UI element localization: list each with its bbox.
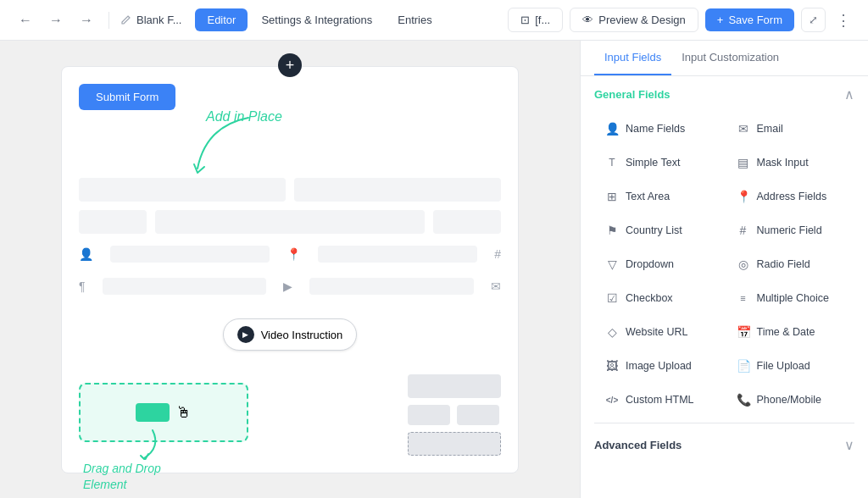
skeleton-icon-row: 👤 📍 #	[79, 242, 501, 266]
skeleton-icon-field-3	[103, 278, 267, 295]
field-item-numeric-field[interactable]: # Numeric Field	[726, 214, 855, 246]
skeleton-field-2b	[155, 210, 425, 234]
expand-button[interactable]: ⤢	[801, 8, 826, 32]
simple-text-icon: T	[605, 157, 619, 169]
field-item-address-fields[interactable]: 📍 Address Fields	[726, 180, 855, 213]
field-item-time-date[interactable]: 📅 Time & Date	[726, 316, 855, 348]
form-title-text: Blank F...	[136, 14, 181, 26]
nav-right: ⊡ [f... 👁 Preview & Design + Save Form ⤢…	[508, 8, 854, 33]
thumb-row	[408, 405, 501, 425]
cursor-icon: 🖱	[176, 404, 192, 422]
field-item-name-fields[interactable]: 👤 Name Fields	[594, 113, 724, 145]
more-options-button[interactable]: ⋮	[832, 8, 854, 33]
back-button[interactable]: ←	[14, 9, 37, 31]
dropdown-label: Dropdown	[626, 258, 674, 270]
field-item-email[interactable]: ✉ Email	[726, 113, 855, 145]
save-label: Save Form	[728, 14, 782, 26]
numeric-icon: #	[737, 224, 750, 237]
tab-editor[interactable]: Editor	[195, 8, 248, 31]
address-icon: 📍	[737, 190, 750, 203]
drag-annotation: Drag and DropElement	[83, 457, 161, 494]
panel-content: General Fields ∧ 👤 Name Fields ✉ Email T…	[581, 76, 868, 498]
checkbox-icon: ☑	[605, 291, 619, 305]
multiple-choice-icon: ≡	[737, 293, 750, 303]
skeleton-field-1b	[294, 178, 501, 202]
field-item-radio-field[interactable]: ◎ Radio Field	[726, 248, 855, 280]
pilcrow-icon: ¶	[79, 279, 86, 293]
nav-separator	[108, 12, 109, 29]
mask-input-label: Mask Input	[757, 157, 809, 169]
submit-form-button[interactable]: Submit Form	[79, 84, 175, 110]
field-item-mask-input[interactable]: ▤ Mask Input	[726, 147, 855, 179]
time-date-label: Time & Date	[757, 326, 815, 338]
edit-icon	[120, 14, 131, 26]
field-item-website-url[interactable]: ◇ Website URL	[594, 316, 724, 348]
field-item-multiple-choice[interactable]: ≡ Multiple Choice	[726, 282, 855, 314]
save-form-button[interactable]: + Save Form	[705, 8, 794, 31]
html-icon: </>	[605, 396, 619, 405]
hash-icon: #	[494, 247, 501, 261]
field-item-simple-text[interactable]: T Simple Text	[594, 147, 724, 179]
field-item-file-upload[interactable]: 📄 File Upload	[726, 350, 855, 382]
tab-input-fields[interactable]: Input Fields	[594, 41, 671, 75]
preview-button[interactable]: 👁 Preview & Design	[570, 8, 698, 32]
field-item-country-list[interactable]: ⚑ Country List	[594, 214, 724, 246]
country-list-icon: ⚑	[605, 224, 619, 237]
forward-button[interactable]: →	[44, 9, 68, 31]
phone-label: Phone/Mobile	[757, 394, 821, 406]
video-instruction-label: Video Instruction	[261, 329, 343, 341]
advanced-fields-toggle[interactable]: ∨	[844, 437, 854, 453]
email-label: Email	[757, 123, 783, 135]
field-item-phone-mobile[interactable]: 📞 Phone/Mobile	[726, 384, 855, 416]
field-item-dropdown[interactable]: ▽ Dropdown	[594, 248, 724, 280]
country-list-label: Country List	[626, 224, 682, 236]
custom-html-label: Custom HTML	[626, 394, 694, 406]
tab-settings[interactable]: Settings & Integrations	[249, 8, 384, 31]
skeleton-icon-field-2	[318, 246, 477, 263]
form-ref-icon: ⊡	[520, 14, 530, 26]
form-ref-button[interactable]: ⊡ [f...	[508, 8, 563, 32]
field-item-image-upload[interactable]: 🖼 Image Upload	[594, 350, 724, 382]
skeleton-icon-row-2: ¶ ▶ ✉	[79, 274, 501, 298]
canvas-bottom-row: 🖱 Drag and DropElement	[79, 374, 501, 456]
field-panel: Input Fields Input Customization General…	[580, 41, 868, 498]
drag-drop-area[interactable]: 🖱	[79, 383, 248, 442]
tab-input-customization[interactable]: Input Customization	[671, 41, 789, 75]
general-fields-title: General Fields	[594, 88, 670, 101]
field-item-text-area[interactable]: ⊞ Text Area	[594, 180, 724, 213]
add-field-button[interactable]: +	[278, 53, 302, 77]
form-title[interactable]: Blank F...	[120, 14, 181, 26]
main-layout: + Submit Form Add in Place	[0, 41, 868, 498]
skeleton-icon-field-1	[110, 246, 270, 263]
skeleton-row-2	[79, 210, 501, 234]
drag-annotation-text: Drag and DropElement	[83, 461, 161, 494]
advanced-fields-header[interactable]: Advanced Fields ∨	[594, 430, 854, 460]
field-item-custom-html[interactable]: </> Custom HTML	[594, 384, 724, 416]
website-label: Website URL	[626, 326, 687, 338]
save-icon: +	[717, 14, 724, 26]
mask-input-icon: ▤	[737, 156, 750, 169]
address-label: Address Fields	[757, 191, 827, 202]
envelope-icon: ✉	[491, 279, 501, 293]
panel-tabs: Input Fields Input Customization	[581, 41, 868, 76]
general-fields-section-header: General Fields ∧	[594, 86, 854, 102]
drag-element	[136, 403, 170, 422]
form-fields-skeleton: 👤 📍 # ¶ ▶ ✉	[79, 178, 501, 298]
thumb-2a	[408, 405, 450, 425]
right-thumbnails	[408, 374, 501, 456]
general-fields-toggle[interactable]: ∧	[844, 86, 854, 102]
website-icon: ◇	[605, 325, 619, 339]
redo-button[interactable]: →	[75, 9, 98, 31]
dropdown-icon: ▽	[605, 257, 619, 271]
checkbox-label: Checkbox	[626, 292, 673, 304]
text-area-icon: ⊞	[605, 190, 619, 203]
field-item-checkbox[interactable]: ☑ Checkbox	[594, 282, 724, 314]
video-instruction-button[interactable]: ▶ Video Instruction	[223, 318, 358, 351]
thumb-2b	[457, 405, 499, 425]
location-icon: 📍	[287, 247, 301, 261]
drag-drop-container: 🖱 Drag and DropElement	[79, 374, 248, 456]
nav-tabs: Editor Settings & Integrations Entries	[195, 8, 443, 31]
advanced-fields-title: Advanced Fields	[594, 439, 682, 451]
skeleton-icon-field-4	[309, 278, 474, 295]
tab-entries[interactable]: Entries	[386, 8, 443, 31]
